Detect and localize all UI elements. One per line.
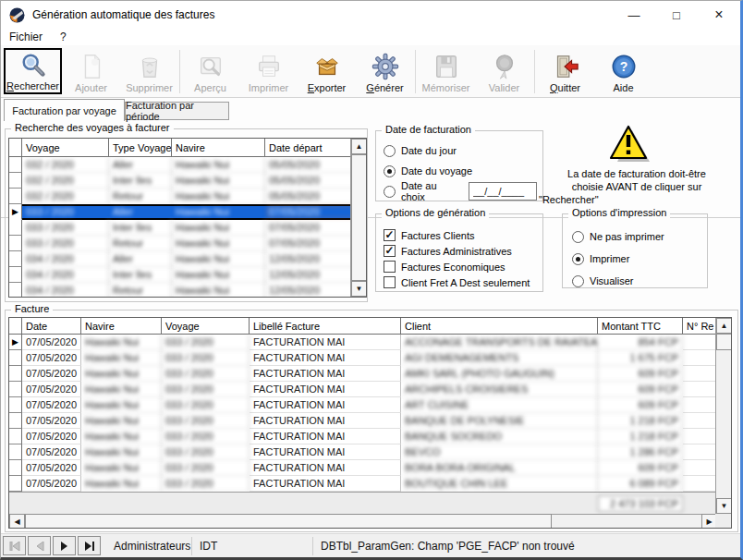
scroll-left-icon[interactable]: ◀ <box>9 514 25 529</box>
grid-cell[interactable]: Retour <box>109 283 172 298</box>
grid-cell[interactable]: FACTURATION MAI <box>250 335 401 350</box>
grid-cell[interactable]: Hawaiki Nui <box>81 335 162 350</box>
grid-cell[interactable]: 07/05/2020 <box>22 476 81 492</box>
grid-cell[interactable]: 033 / 2020 <box>162 460 250 476</box>
grid-cell[interactable]: 1 218 FCP <box>598 429 683 444</box>
grid-cell[interactable]: 07/05/2020 <box>22 460 81 476</box>
grid-cell[interactable]: Hawaiki Nui <box>172 236 265 251</box>
checkbox-factures-administratives[interactable]: ✓Factures Administratives <box>384 243 537 259</box>
grid-cell[interactable]: 033 / 2020 <box>162 335 250 350</box>
grid-row[interactable]: 034 / 2020RetourHawaiki Nui12/05/2020 <box>9 283 366 298</box>
grid-row[interactable]: 033 / 2020RetourHawaiki Nui07/05/2020 <box>9 236 366 251</box>
radio-visualiser[interactable]: Visualiser <box>572 270 701 292</box>
grid-cell[interactable]: 07/05/2020 <box>22 366 81 382</box>
checkbox-icon[interactable] <box>384 276 396 288</box>
grid-cell[interactable]: 07/05/2020 <box>22 429 81 444</box>
grid-cell[interactable]: FACTURATION MAI <box>250 350 401 366</box>
menu-item-fichier[interactable]: Fichier <box>9 30 43 43</box>
grid-row[interactable]: 07/05/2020Hawaiki Nui033 / 2020FACTURATI… <box>9 444 731 460</box>
column-header-type-voyage[interactable]: Type Voyage <box>109 139 172 157</box>
grid-cell[interactable]: Retour <box>109 236 172 251</box>
close-button[interactable]: × <box>698 1 740 29</box>
voyages-grid-vscrollbar[interactable]: ▲ ▼ <box>350 139 366 297</box>
grid-cell[interactable]: 1 675 FCP <box>598 350 683 366</box>
grid-cell[interactable]: 1 286 FCP <box>598 444 683 460</box>
grid-cell[interactable]: 034 / 2020 <box>22 283 109 298</box>
grid-cell[interactable]: Hawaiki Nui <box>172 267 265 283</box>
grid-cell[interactable]: FACTURATION MAI <box>250 397 401 413</box>
grid-row[interactable]: 07/05/2020Hawaiki Nui033 / 2020FACTURATI… <box>9 366 731 382</box>
grid-cell[interactable]: Hawaiki Nui <box>172 173 265 189</box>
grid-cell[interactable]: BORA BORA ORIGINAL <box>401 460 598 476</box>
grid-cell[interactable]: 033 / 2020 <box>162 382 250 397</box>
grid-cell[interactable]: Hawaiki Nui <box>81 460 162 476</box>
grid-cell[interactable]: Hawaiki Nui <box>81 397 162 413</box>
grid-cell[interactable]: 033 / 2020 <box>162 366 250 382</box>
column-header-libelle-facture[interactable]: Libellé Facture <box>250 318 401 335</box>
grid-cell[interactable]: Hawaiki Nui <box>172 251 265 267</box>
grid-cell[interactable]: Hawaiki Nui <box>81 366 162 382</box>
grid-row[interactable]: 07/05/2020Hawaiki Nui033 / 2020FACTURATI… <box>9 397 731 413</box>
date-choice-input[interactable] <box>469 182 537 201</box>
column-header-voyage[interactable]: Voyage <box>22 139 109 157</box>
grid-cell[interactable]: 032 / 2020 <box>22 173 109 189</box>
row-indicator-header[interactable] <box>9 318 22 335</box>
grid-cell[interactable]: 1 218 FCP <box>598 413 683 429</box>
radio-date-du-jour[interactable]: Date du jour <box>384 140 537 161</box>
grid-cell[interactable]: 07/05/2020 <box>22 444 81 460</box>
grid-cell[interactable]: Retour <box>109 189 172 204</box>
grid-cell[interactable]: FACTURATION MAI <box>250 460 401 476</box>
radio-ne-pas-imprimer[interactable]: Ne pas imprimer <box>572 225 701 248</box>
grid-row[interactable]: 07/05/2020Hawaiki Nui033 / 2020FACTURATI… <box>9 382 731 397</box>
grid-cell[interactable]: Hawaiki Nui <box>81 476 162 492</box>
checkbox-client-fret-a-dest-seulement[interactable]: Client Fret A Dest seulement <box>384 274 537 290</box>
grid-cell[interactable]: Hawaiki Nui <box>81 382 162 397</box>
column-header-montant-ttc[interactable]: Montant TTC <box>598 318 683 335</box>
grid-cell[interactable]: Inter îles <box>109 220 172 236</box>
grid-row[interactable]: 07/05/2020Hawaiki Nui033 / 2020FACTURATI… <box>9 413 731 429</box>
grid-row[interactable]: 07/05/2020Hawaiki Nui033 / 2020FACTURATI… <box>9 460 731 476</box>
grid-row[interactable]: 07/05/2020Hawaiki Nui033 / 2020FACTURATI… <box>9 429 731 444</box>
toolbar-button-aide[interactable]: ?Aide <box>594 48 652 94</box>
checkbox-factures-clients[interactable]: ✓Factures Clients <box>384 227 537 243</box>
factures-grid-vscrollbar[interactable]: ▲ ▼ <box>715 318 731 514</box>
grid-cell[interactable]: Inter îles <box>109 173 172 189</box>
grid-cell[interactable]: BOUTIQUE CHIN LEE <box>401 476 598 492</box>
grid-cell[interactable]: ART CUISINE <box>401 397 598 413</box>
menu-item--[interactable]: ? <box>60 30 67 43</box>
grid-cell[interactable]: 07/05/2020 <box>22 350 81 366</box>
grid-cell[interactable]: 033 / 2020 <box>162 476 250 492</box>
grid-cell[interactable]: 033 / 2020 <box>22 220 109 236</box>
grid-cell[interactable]: 609 FCP <box>598 382 683 397</box>
maximize-button[interactable]: □ <box>655 1 698 29</box>
grid-cell[interactable]: BANQUE DE POLYNESIE <box>401 413 598 429</box>
grid-cell[interactable]: 609 FCP <box>598 366 683 382</box>
grid-cell[interactable]: Hawaiki Nui <box>81 429 162 444</box>
toolbar-button-exporter[interactable]: Exporter <box>298 48 356 94</box>
grid-cell[interactable]: FACTURATION MAI <box>250 444 401 460</box>
grid-cell[interactable]: Aller <box>109 157 172 173</box>
grid-cell[interactable]: FACTURATION MAI <box>250 366 401 382</box>
grid-row[interactable]: 032 / 2020RetourHawaiki Nui05/05/2020 <box>9 189 366 204</box>
minimize-button[interactable]: — <box>613 1 655 29</box>
grid-cell[interactable]: 854 FCP <box>598 335 683 350</box>
voyages-grid[interactable]: VoyageType VoyageNavireDate départ032 / … <box>8 138 367 298</box>
grid-cell[interactable]: BEVCO <box>401 444 598 460</box>
nav-next-button[interactable] <box>53 536 76 555</box>
checkbox-icon[interactable] <box>384 261 396 273</box>
radio-date-au-choix[interactable]: Date au choix <box>384 181 537 201</box>
grid-cell[interactable]: 033 / 2020 <box>162 397 250 413</box>
tab-facturation-par-voyage[interactable]: Facturation par voyage <box>4 99 125 121</box>
checkbox-icon[interactable]: ✓ <box>384 245 396 257</box>
grid-cell[interactable]: ACCONAGE TRANSPORTS DE RAIATEA <box>401 335 598 350</box>
grid-cell[interactable]: 6 089 FCP <box>598 476 683 492</box>
grid-row[interactable]: 07/05/2020Hawaiki Nui033 / 2020FACTURATI… <box>9 350 731 366</box>
grid-cell[interactable]: Hawaiki Nui <box>172 204 265 220</box>
radio-icon[interactable] <box>572 275 584 287</box>
grid-cell[interactable]: Hawaiki Nui <box>81 444 162 460</box>
radio-icon[interactable] <box>384 165 396 177</box>
toolbar-button-rechercher[interactable]: Rechercher <box>4 48 62 94</box>
grid-row[interactable]: 033 / 2020Inter îlesHawaiki Nui07/05/202… <box>9 220 366 236</box>
grid-cell[interactable]: 033 / 2020 <box>22 204 109 220</box>
grid-cell[interactable]: FACTURATION MAI <box>250 382 401 397</box>
